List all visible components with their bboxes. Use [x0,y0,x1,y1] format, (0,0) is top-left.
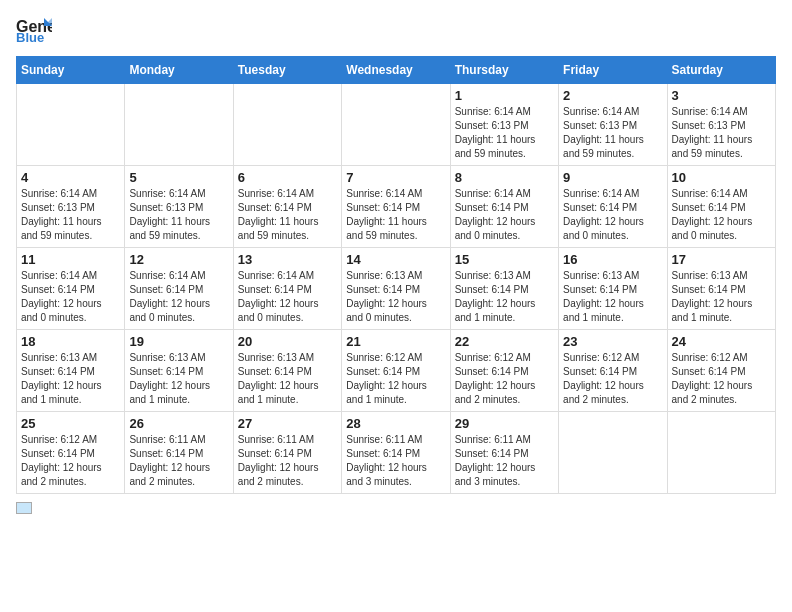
calendar-cell: 24Sunrise: 6:12 AM Sunset: 6:14 PM Dayli… [667,330,775,412]
day-number: 13 [238,252,337,267]
calendar-header-wednesday: Wednesday [342,57,450,84]
calendar-cell: 13Sunrise: 6:14 AM Sunset: 6:14 PM Dayli… [233,248,341,330]
calendar-cell: 3Sunrise: 6:14 AM Sunset: 6:13 PM Daylig… [667,84,775,166]
day-number: 14 [346,252,445,267]
day-info: Sunrise: 6:13 AM Sunset: 6:14 PM Dayligh… [672,269,771,325]
day-info: Sunrise: 6:14 AM Sunset: 6:14 PM Dayligh… [672,187,771,243]
calendar-header-saturday: Saturday [667,57,775,84]
day-number: 12 [129,252,228,267]
day-info: Sunrise: 6:14 AM Sunset: 6:13 PM Dayligh… [672,105,771,161]
calendar-cell: 8Sunrise: 6:14 AM Sunset: 6:14 PM Daylig… [450,166,558,248]
day-number: 1 [455,88,554,103]
calendar-cell [559,412,667,494]
calendar-cell: 7Sunrise: 6:14 AM Sunset: 6:14 PM Daylig… [342,166,450,248]
day-info: Sunrise: 6:13 AM Sunset: 6:14 PM Dayligh… [346,269,445,325]
day-number: 21 [346,334,445,349]
calendar-cell: 16Sunrise: 6:13 AM Sunset: 6:14 PM Dayli… [559,248,667,330]
calendar-cell: 29Sunrise: 6:11 AM Sunset: 6:14 PM Dayli… [450,412,558,494]
calendar-cell [17,84,125,166]
calendar-week-row: 11Sunrise: 6:14 AM Sunset: 6:14 PM Dayli… [17,248,776,330]
day-number: 28 [346,416,445,431]
calendar-table: SundayMondayTuesdayWednesdayThursdayFrid… [16,56,776,494]
day-info: Sunrise: 6:14 AM Sunset: 6:13 PM Dayligh… [563,105,662,161]
calendar-cell: 2Sunrise: 6:14 AM Sunset: 6:13 PM Daylig… [559,84,667,166]
svg-text:Blue: Blue [16,30,44,44]
legend [16,502,776,514]
legend-color-box [16,502,32,514]
day-info: Sunrise: 6:14 AM Sunset: 6:14 PM Dayligh… [238,269,337,325]
calendar-cell: 5Sunrise: 6:14 AM Sunset: 6:13 PM Daylig… [125,166,233,248]
calendar-header-thursday: Thursday [450,57,558,84]
calendar-cell [342,84,450,166]
day-number: 25 [21,416,120,431]
day-info: Sunrise: 6:12 AM Sunset: 6:14 PM Dayligh… [455,351,554,407]
day-info: Sunrise: 6:13 AM Sunset: 6:14 PM Dayligh… [455,269,554,325]
calendar-header-row: SundayMondayTuesdayWednesdayThursdayFrid… [17,57,776,84]
day-number: 20 [238,334,337,349]
calendar-header-monday: Monday [125,57,233,84]
day-number: 15 [455,252,554,267]
day-info: Sunrise: 6:13 AM Sunset: 6:14 PM Dayligh… [238,351,337,407]
day-info: Sunrise: 6:11 AM Sunset: 6:14 PM Dayligh… [129,433,228,489]
day-info: Sunrise: 6:12 AM Sunset: 6:14 PM Dayligh… [346,351,445,407]
day-info: Sunrise: 6:13 AM Sunset: 6:14 PM Dayligh… [21,351,120,407]
calendar-cell: 25Sunrise: 6:12 AM Sunset: 6:14 PM Dayli… [17,412,125,494]
calendar-cell: 9Sunrise: 6:14 AM Sunset: 6:14 PM Daylig… [559,166,667,248]
calendar-cell: 21Sunrise: 6:12 AM Sunset: 6:14 PM Dayli… [342,330,450,412]
logo-icon: General Blue [16,16,52,44]
calendar-cell: 18Sunrise: 6:13 AM Sunset: 6:14 PM Dayli… [17,330,125,412]
calendar-week-row: 25Sunrise: 6:12 AM Sunset: 6:14 PM Dayli… [17,412,776,494]
calendar-cell: 26Sunrise: 6:11 AM Sunset: 6:14 PM Dayli… [125,412,233,494]
calendar-cell: 23Sunrise: 6:12 AM Sunset: 6:14 PM Dayli… [559,330,667,412]
calendar-week-row: 18Sunrise: 6:13 AM Sunset: 6:14 PM Dayli… [17,330,776,412]
day-number: 26 [129,416,228,431]
calendar-cell: 27Sunrise: 6:11 AM Sunset: 6:14 PM Dayli… [233,412,341,494]
day-info: Sunrise: 6:14 AM Sunset: 6:14 PM Dayligh… [346,187,445,243]
day-info: Sunrise: 6:14 AM Sunset: 6:14 PM Dayligh… [238,187,337,243]
day-number: 10 [672,170,771,185]
calendar-cell [667,412,775,494]
day-number: 17 [672,252,771,267]
logo: General Blue [16,16,52,44]
header: General Blue [16,16,776,44]
day-info: Sunrise: 6:14 AM Sunset: 6:13 PM Dayligh… [129,187,228,243]
day-info: Sunrise: 6:11 AM Sunset: 6:14 PM Dayligh… [455,433,554,489]
day-number: 29 [455,416,554,431]
day-number: 24 [672,334,771,349]
day-number: 22 [455,334,554,349]
calendar-cell: 12Sunrise: 6:14 AM Sunset: 6:14 PM Dayli… [125,248,233,330]
calendar-cell [233,84,341,166]
day-info: Sunrise: 6:13 AM Sunset: 6:14 PM Dayligh… [563,269,662,325]
day-info: Sunrise: 6:11 AM Sunset: 6:14 PM Dayligh… [346,433,445,489]
day-number: 18 [21,334,120,349]
day-number: 19 [129,334,228,349]
calendar-cell: 1Sunrise: 6:14 AM Sunset: 6:13 PM Daylig… [450,84,558,166]
calendar-cell: 4Sunrise: 6:14 AM Sunset: 6:13 PM Daylig… [17,166,125,248]
day-number: 7 [346,170,445,185]
day-number: 3 [672,88,771,103]
calendar-cell: 14Sunrise: 6:13 AM Sunset: 6:14 PM Dayli… [342,248,450,330]
day-number: 8 [455,170,554,185]
day-info: Sunrise: 6:14 AM Sunset: 6:14 PM Dayligh… [455,187,554,243]
day-info: Sunrise: 6:12 AM Sunset: 6:14 PM Dayligh… [672,351,771,407]
day-number: 6 [238,170,337,185]
calendar-cell: 22Sunrise: 6:12 AM Sunset: 6:14 PM Dayli… [450,330,558,412]
day-number: 4 [21,170,120,185]
day-info: Sunrise: 6:14 AM Sunset: 6:13 PM Dayligh… [455,105,554,161]
calendar-cell: 10Sunrise: 6:14 AM Sunset: 6:14 PM Dayli… [667,166,775,248]
calendar-cell: 20Sunrise: 6:13 AM Sunset: 6:14 PM Dayli… [233,330,341,412]
calendar-header-tuesday: Tuesday [233,57,341,84]
day-info: Sunrise: 6:13 AM Sunset: 6:14 PM Dayligh… [129,351,228,407]
calendar-cell: 6Sunrise: 6:14 AM Sunset: 6:14 PM Daylig… [233,166,341,248]
calendar-header-sunday: Sunday [17,57,125,84]
day-info: Sunrise: 6:12 AM Sunset: 6:14 PM Dayligh… [21,433,120,489]
calendar-cell: 11Sunrise: 6:14 AM Sunset: 6:14 PM Dayli… [17,248,125,330]
day-number: 27 [238,416,337,431]
day-number: 2 [563,88,662,103]
calendar-cell [125,84,233,166]
day-number: 16 [563,252,662,267]
day-info: Sunrise: 6:14 AM Sunset: 6:14 PM Dayligh… [563,187,662,243]
calendar-cell: 15Sunrise: 6:13 AM Sunset: 6:14 PM Dayli… [450,248,558,330]
calendar-header-friday: Friday [559,57,667,84]
calendar-week-row: 1Sunrise: 6:14 AM Sunset: 6:13 PM Daylig… [17,84,776,166]
